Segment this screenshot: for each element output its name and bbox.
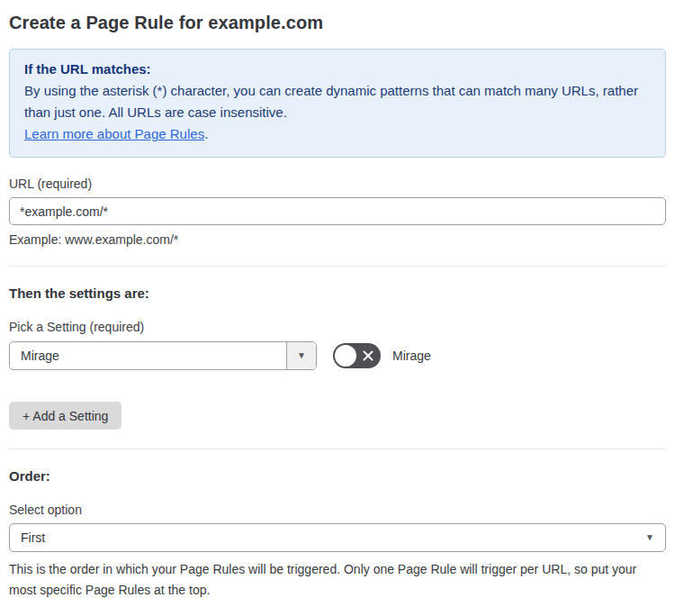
page-title: Create a Page Rule for example.com: [9, 13, 666, 33]
create-page-rule-form: Create a Page Rule for example.com If th…: [0, 0, 675, 616]
divider: [9, 266, 666, 267]
setting-select[interactable]: Mirage ▼: [9, 341, 317, 370]
pick-setting-label: Pick a Setting (required): [9, 320, 666, 334]
info-box-body: By using the asterisk (*) character, you…: [24, 80, 651, 123]
divider: [9, 448, 666, 449]
chevron-down-icon: ▼: [297, 351, 306, 360]
mirage-toggle[interactable]: [333, 343, 381, 368]
order-select[interactable]: First ▼: [9, 523, 666, 552]
setting-select-value: Mirage: [10, 342, 286, 369]
order-select-value: First: [21, 530, 45, 545]
link-period: .: [204, 126, 208, 141]
info-box-link-line: Learn more about Page Rules.: [24, 123, 651, 145]
url-input[interactable]: [9, 197, 666, 225]
url-field-label: URL (required): [9, 177, 666, 191]
info-box-heading: If the URL matches:: [24, 59, 651, 80]
add-setting-button[interactable]: + Add a Setting: [9, 402, 122, 430]
url-example-hint: Example: www.example.com/*: [9, 232, 666, 247]
chevron-down-icon: ▼: [645, 533, 654, 542]
setting-picker-row: Mirage ▼ Mirage: [9, 341, 666, 370]
order-help-text: This is the order in which your Page Rul…: [9, 559, 666, 601]
learn-more-link[interactable]: Learn more about Page Rules: [24, 126, 204, 141]
x-icon: [362, 349, 374, 362]
settings-section-heading: Then the settings are:: [9, 285, 666, 301]
toggle-setting-label: Mirage: [392, 349, 431, 363]
toggle-knob: [335, 345, 356, 367]
select-option-label: Select option: [9, 503, 666, 517]
setting-select-arrow-button[interactable]: ▼: [286, 342, 316, 369]
url-matches-info-box: If the URL matches: By using the asteris…: [9, 49, 666, 158]
order-section-heading: Order:: [9, 468, 666, 484]
